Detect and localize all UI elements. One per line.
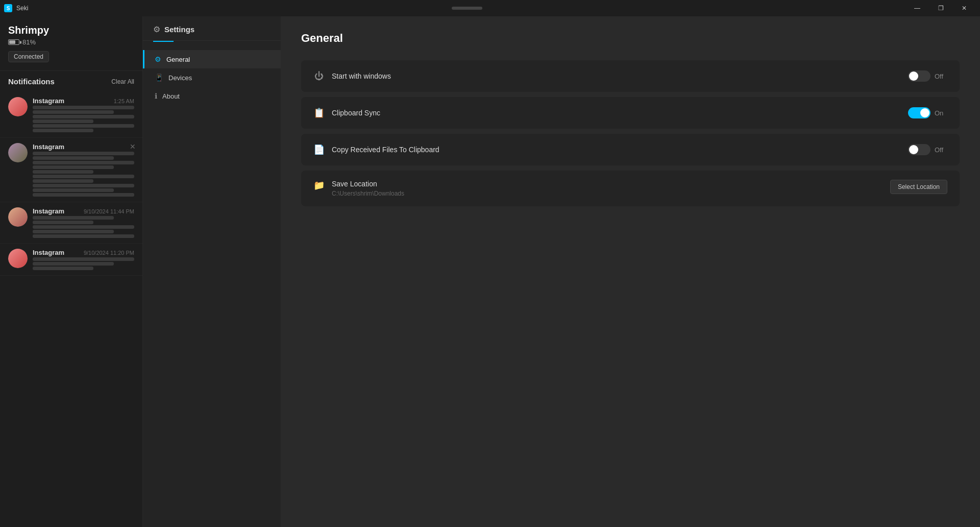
nav-item-label-devices: Devices [168,74,192,82]
titlebar-left: S Seki [4,4,28,12]
nav-item-label-about: About [162,92,180,100]
avatar [8,143,28,162]
avatar [8,249,28,268]
notification-app-name: Instagram [33,207,64,215]
battery-row: 81% [8,38,134,46]
nav-item-label-general: General [166,56,190,63]
notification-item[interactable]: Instagram 1:25 AM [0,92,142,138]
notification-item[interactable]: Instagram 9/10/2024 11:20 PM [0,244,142,276]
titlebar-center [452,7,482,10]
toggle-thumb [920,108,929,117]
clipboard-sync-toggle[interactable] [908,107,930,118]
notifications-title: Notifications [8,77,55,86]
start-with-windows-toggle[interactable] [908,70,930,82]
main-content: Shrimpy 81% Connected Notifications Clea… [0,16,980,527]
avatar [8,97,28,116]
settings-nav-panel: ⚙ Settings ⚙ General 📱 Devices ℹ About [143,16,281,527]
avatar [8,207,28,227]
notification-line [33,129,93,132]
notification-body: Instagram 9/10/2024 11:44 PM [33,207,134,238]
setting-row-left: 📄 Copy Received Files To Clipboard [313,144,439,155]
notification-lines [33,106,134,132]
notification-line [33,119,93,123]
notification-time: 9/10/2024 11:44 PM [84,208,134,214]
connected-badge: Connected [8,51,49,62]
nav-items: ⚙ General 📱 Devices ℹ About [143,46,281,109]
info-icon: ℹ [155,92,157,100]
save-location-texts: Save Location C:\Users\shrim\Downloads [332,180,404,197]
battery-percentage: 81% [22,38,36,46]
start-with-windows-row: ⏻ Start with windows Off [301,60,960,92]
avatar-image [8,97,28,116]
select-location-button[interactable]: Select Location [890,180,947,194]
setting-row-right: On [908,107,947,118]
clipboard-icon: 📋 [313,107,325,118]
folder-icon: 📁 [313,180,325,191]
app-icon: S [4,4,12,12]
nav-item-about[interactable]: ℹ About [143,87,281,105]
notification-line [33,115,134,118]
notification-body: Instagram [33,143,134,197]
notification-time: 1:25 AM [114,98,134,104]
left-panel: Shrimpy 81% Connected Notifications Clea… [0,16,143,527]
start-with-windows-label: Start with windows [332,72,391,80]
settings-header-icon: ⚙ [153,25,160,34]
notification-line [33,225,134,229]
settings-header-title: Settings [164,25,194,34]
notification-item[interactable]: Instagram ✕ [0,138,142,202]
toggle-thumb [909,145,918,154]
titlebar: S Seki — ❐ ✕ [0,0,980,16]
notification-app-name: Instagram [33,143,64,151]
copy-received-files-row: 📄 Copy Received Files To Clipboard Off [301,134,960,165]
notification-top-row: Instagram 1:25 AM [33,97,134,105]
notification-app-name: Instagram [33,97,64,105]
setting-row-right: Off [908,144,947,155]
notification-line [33,193,134,197]
setting-row-right: Off [908,70,947,82]
notification-top-row: Instagram 9/10/2024 11:44 PM [33,207,134,215]
file-icon: 📄 [313,144,325,155]
gear-icon: ⚙ [155,55,161,63]
settings-header: ⚙ Settings [143,16,281,41]
copy-received-files-label: Copy Received Files To Clipboard [332,146,439,154]
notification-line [33,267,93,270]
save-location-label: Save Location [332,180,404,188]
copy-received-files-toggle[interactable] [908,144,930,155]
notifications-list: Instagram 1:25 AM [0,90,142,527]
notification-line [33,106,134,109]
notification-top-row: Instagram [33,143,134,151]
notification-close-button[interactable]: ✕ [128,142,137,151]
notification-line [33,161,134,164]
titlebar-controls: — ❐ ✕ [905,0,976,16]
notification-lines [33,152,134,197]
setting-row-left: ⏻ Start with windows [313,71,391,82]
user-name: Shrimpy [8,25,134,36]
notification-line [33,110,114,114]
page-title: General [301,32,960,45]
power-icon: ⏻ [313,71,325,82]
nav-item-general[interactable]: ⚙ General [143,50,281,68]
avatar-image [8,207,28,227]
clear-all-button[interactable]: Clear All [111,78,134,85]
clipboard-sync-row: 📋 Clipboard Sync On [301,97,960,129]
close-button[interactable]: ✕ [952,0,976,16]
avatar-image [8,143,28,162]
notification-top-row: Instagram 9/10/2024 11:20 PM [33,249,134,256]
restore-button[interactable]: ❐ [929,0,952,16]
avatar-image [8,249,28,268]
notification-lines [33,216,134,238]
nav-item-devices[interactable]: 📱 Devices [143,68,281,87]
notification-body: Instagram 9/10/2024 11:20 PM [33,249,134,270]
setting-row-left: 📋 Clipboard Sync [313,107,380,118]
minimize-button[interactable]: — [905,0,929,16]
notification-item[interactable]: Instagram 9/10/2024 11:44 PM [0,202,142,244]
notification-app-name: Instagram [33,249,64,256]
notification-line [33,179,93,183]
notification-line [33,221,93,224]
battery-icon [8,39,19,45]
device-icon: 📱 [155,74,163,82]
notification-line [33,188,114,192]
save-location-path: C:\Users\shrim\Downloads [332,190,404,197]
toggle-thumb [909,71,918,81]
start-with-windows-toggle-label: Off [935,73,947,80]
